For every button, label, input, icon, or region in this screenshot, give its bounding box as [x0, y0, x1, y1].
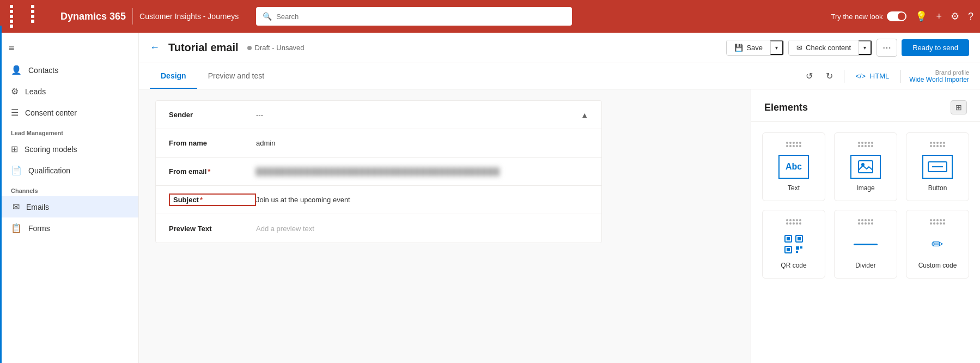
from-email-row: From email █████████████████████████████… — [156, 158, 601, 186]
editor-body: Sender --- ▲ From name admin From email … — [139, 89, 980, 363]
elements-view-toggle-button[interactable]: ⊞ — [951, 100, 967, 114]
forms-icon: 📋 — [11, 223, 22, 233]
try-new-look: Try the new look — [831, 11, 907, 21]
check-label: Check content — [806, 44, 851, 52]
tab-actions-divider — [844, 70, 844, 83]
editor-header: ← Tutorial email Draft - Unsaved 💾 Save … — [139, 33, 980, 63]
sidebar-item-qualification[interactable]: 📄 Qualification — [0, 160, 138, 181]
text-element-icon: Abc — [778, 155, 809, 179]
sidebar-item-leads[interactable]: ⚙ Leads — [0, 81, 138, 102]
sidebar-item-contacts[interactable]: 👤 Contacts — [0, 59, 138, 81]
svg-rect-12 — [796, 251, 798, 253]
tab-design[interactable]: Design — [150, 64, 197, 89]
main-layout: ≡ 👤 Contacts ⚙ Leads ☰ Consent center Le… — [0, 33, 980, 363]
tab-actions: ↺ ↻ </> HTML Brand profile Wide World Im… — [804, 69, 969, 83]
search-icon: 🔍 — [263, 12, 272, 21]
svg-rect-5 — [787, 237, 790, 240]
elements-title: Elements — [764, 102, 808, 113]
lightbulb-icon[interactable]: 💡 — [915, 10, 927, 22]
sidebar-item-label: Contacts — [28, 66, 58, 75]
tabs: Design Preview and test — [150, 64, 275, 89]
subject-row: Subject Join us at the upcoming event — [156, 186, 601, 214]
button-drag-dots — [930, 142, 945, 147]
element-button[interactable]: Button — [906, 132, 969, 201]
status-dot — [247, 46, 252, 50]
redo-button[interactable]: ↻ — [824, 69, 835, 83]
element-image[interactable]: Image — [834, 132, 897, 201]
element-custom-code[interactable]: ✏ Custom code — [906, 210, 969, 279]
custom-code-element-icon: ✏ — [922, 232, 953, 256]
svg-rect-11 — [800, 246, 802, 249]
sidebar-item-label: Emails — [26, 203, 49, 211]
save-button[interactable]: 💾 Save ▾ — [726, 40, 784, 56]
channels-section: Channels — [0, 181, 138, 196]
user-icon[interactable]: ? — [968, 11, 973, 22]
svg-rect-10 — [796, 246, 799, 250]
text-drag-dots — [786, 142, 801, 147]
leads-icon: ⚙ — [11, 86, 19, 96]
nav-right: Try the new look 💡 + ⚙ ? — [831, 10, 973, 22]
sidebar-item-label: Qualification — [28, 166, 70, 175]
back-button[interactable]: ← — [150, 42, 160, 53]
html-button[interactable]: </> HTML — [853, 70, 891, 82]
search-input[interactable] — [276, 13, 565, 21]
nav-divider — [132, 8, 133, 25]
save-icon: 💾 — [734, 44, 743, 52]
sidebar-item-forms[interactable]: 📋 Forms — [0, 217, 138, 239]
undo-button[interactable]: ↺ — [804, 69, 815, 83]
text-element-label: Text — [788, 184, 800, 192]
preview-text-row: Preview Text Add a preview text — [156, 214, 601, 243]
settings-icon[interactable]: ⚙ — [951, 10, 959, 22]
custom-code-drag-dots — [930, 219, 945, 225]
elements-header: Elements ⊞ — [751, 89, 980, 122]
check-dropdown-button[interactable]: ▾ — [859, 40, 872, 55]
sidebar-item-emails[interactable]: ✉ Emails — [0, 196, 138, 217]
sidebar-item-consent-center[interactable]: ☰ Consent center — [0, 102, 138, 123]
elements-panel: Elements ⊞ Abc Text — [751, 89, 980, 363]
element-divider[interactable]: Divider — [834, 210, 897, 279]
brand-profile[interactable]: Brand profile Wide World Importer — [909, 69, 969, 83]
brand-profile-name: Wide World Importer — [909, 76, 969, 83]
button-element-label: Button — [928, 184, 947, 192]
app-grid-icon[interactable] — [7, 2, 54, 31]
check-content-button[interactable]: ✉ Check content ▾ — [788, 40, 872, 56]
hamburger-menu[interactable]: ≡ — [0, 37, 138, 59]
subject-value[interactable]: Join us at the upcoming event — [256, 196, 588, 204]
divider-drag-dots — [858, 219, 873, 225]
qualification-icon: 📄 — [11, 165, 22, 176]
check-icon: ✉ — [796, 44, 802, 52]
form-panel: Sender --- ▲ From name admin From email … — [139, 89, 751, 363]
search-bar[interactable]: 🔍 — [256, 7, 572, 26]
sidebar-item-label: Forms — [28, 224, 50, 233]
more-options-button[interactable]: ⋯ — [876, 39, 897, 57]
element-qrcode[interactable]: QR code — [762, 210, 825, 279]
contacts-icon: 👤 — [11, 65, 22, 75]
from-name-value[interactable]: admin — [256, 139, 588, 147]
from-name-label: From name — [169, 139, 256, 147]
save-dropdown-button[interactable]: ▾ — [770, 40, 783, 55]
from-name-row: From name admin — [156, 129, 601, 158]
ready-to-send-button[interactable]: Ready to send — [902, 39, 969, 56]
sender-value[interactable]: --- — [256, 111, 581, 119]
add-icon[interactable]: + — [936, 11, 942, 22]
sidebar-item-scoring-models[interactable]: ⊞ Scoring models — [0, 138, 138, 160]
save-main-button[interactable]: 💾 Save — [727, 40, 770, 55]
scoring-icon: ⊞ — [11, 144, 18, 154]
sender-row: Sender --- ▲ — [156, 101, 601, 129]
check-content-main-button[interactable]: ✉ Check content — [789, 40, 859, 55]
collapse-button[interactable]: ▲ — [581, 111, 588, 119]
tab-preview[interactable]: Preview and test — [197, 64, 276, 89]
image-drag-dots — [858, 142, 873, 147]
from-email-value[interactable]: ████████████████████████████████████████ — [256, 167, 588, 176]
elements-grid: Abc Text Image — [751, 122, 980, 289]
element-text[interactable]: Abc Text — [762, 132, 825, 201]
status-badge: Draft - Unsaved — [247, 44, 305, 52]
preview-text-value[interactable]: Add a preview text — [256, 225, 588, 233]
qrcode-drag-dots — [786, 219, 801, 225]
divider-element-icon — [850, 232, 881, 256]
toggle-switch[interactable] — [887, 11, 906, 21]
from-email-label: From email — [169, 167, 256, 176]
svg-rect-7 — [798, 237, 801, 240]
top-navigation: Dynamics 365 Customer Insights - Journey… — [0, 0, 980, 33]
button-element-icon — [922, 155, 953, 179]
